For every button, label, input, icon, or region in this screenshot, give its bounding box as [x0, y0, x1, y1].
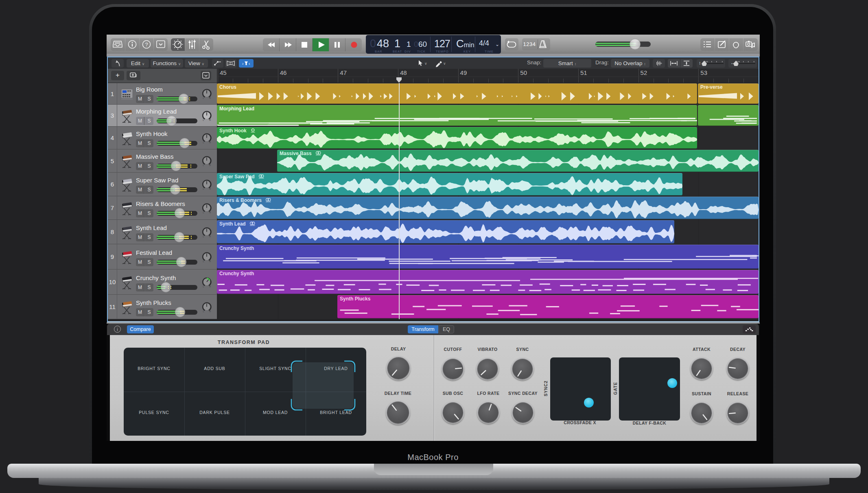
- svg-text:R: R: [209, 260, 211, 263]
- svg-text:›: ›: [242, 61, 243, 66]
- svg-text:R: R: [209, 119, 211, 121]
- svg-text:‹: ‹: [249, 61, 250, 66]
- svg-text:R: R: [209, 97, 211, 99]
- svg-text:R: R: [209, 211, 211, 214]
- svg-text:R: R: [209, 164, 211, 167]
- svg-text:∨: ∨: [443, 61, 446, 66]
- svg-text:R: R: [209, 188, 211, 190]
- svg-text:R: R: [209, 141, 211, 144]
- svg-text:R: R: [209, 285, 211, 288]
- svg-text:∨: ∨: [424, 61, 427, 66]
- svg-text:?: ?: [145, 42, 148, 48]
- svg-text:R: R: [209, 235, 211, 238]
- svg-text:R: R: [209, 310, 211, 313]
